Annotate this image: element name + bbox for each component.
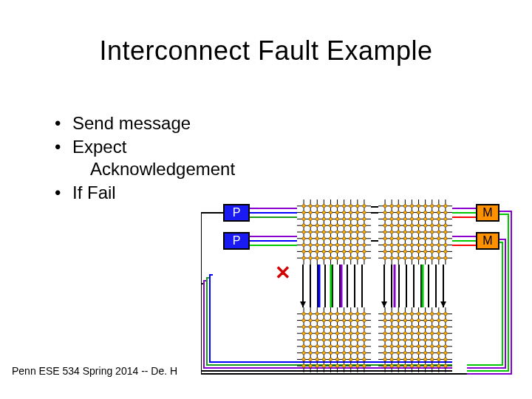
- svg-point-77: [309, 256, 312, 259]
- svg-point-335: [342, 332, 345, 335]
- svg-point-98: [329, 217, 332, 220]
- svg-point-220: [417, 243, 420, 246]
- svg-point-128: [349, 237, 352, 240]
- svg-point-255: [444, 237, 447, 240]
- svg-point-121: [342, 250, 345, 253]
- svg-point-180: [390, 217, 393, 220]
- svg-point-359: [363, 313, 366, 316]
- svg-point-337: [342, 345, 345, 348]
- svg-point-102: [329, 243, 332, 246]
- svg-point-325: [335, 325, 338, 328]
- svg-point-407: [397, 325, 400, 328]
- svg-point-239: [431, 250, 434, 253]
- svg-point-95: [322, 256, 325, 259]
- svg-point-139: [356, 250, 359, 253]
- svg-point-135: [356, 224, 359, 227]
- svg-point-464: [437, 345, 440, 348]
- svg-point-425: [410, 325, 413, 328]
- svg-point-466: [437, 358, 440, 361]
- svg-point-476: [444, 364, 447, 367]
- svg-point-136: [356, 231, 359, 233]
- svg-point-215: [417, 211, 420, 214]
- svg-point-229: [423, 243, 426, 246]
- svg-point-75: [309, 243, 312, 246]
- svg-point-286: [302, 364, 305, 367]
- svg-point-424: [410, 318, 413, 321]
- svg-point-281: [302, 332, 305, 335]
- svg-point-143: [363, 217, 366, 220]
- svg-point-146: [363, 237, 366, 240]
- svg-point-355: [356, 345, 359, 348]
- svg-point-408: [397, 332, 400, 335]
- svg-point-141: [363, 205, 366, 208]
- svg-point-461: [437, 325, 440, 328]
- svg-point-133: [356, 211, 359, 214]
- svg-point-293: [309, 351, 312, 354]
- svg-point-314: [329, 313, 332, 316]
- svg-point-209: [410, 231, 413, 233]
- svg-point-234: [431, 217, 434, 220]
- svg-point-351: [356, 318, 359, 321]
- svg-point-242: [437, 211, 440, 214]
- svg-point-423: [410, 313, 413, 316]
- svg-point-256: [444, 243, 447, 246]
- svg-point-399: [390, 332, 393, 335]
- svg-point-184: [390, 243, 393, 246]
- svg-point-394: [383, 358, 386, 361]
- fault-mark-icon: ✕: [275, 265, 291, 281]
- svg-point-230: [423, 250, 426, 253]
- svg-point-78: [316, 205, 318, 208]
- svg-point-101: [329, 237, 332, 240]
- svg-point-247: [437, 243, 440, 246]
- svg-point-313: [322, 364, 325, 367]
- svg-point-397: [390, 318, 393, 321]
- svg-point-438: [417, 351, 420, 354]
- svg-point-89: [322, 217, 325, 220]
- svg-point-390: [383, 332, 386, 335]
- svg-point-426: [410, 332, 413, 335]
- svg-point-73: [309, 231, 312, 233]
- svg-point-462: [437, 332, 440, 335]
- svg-point-434: [417, 325, 420, 328]
- svg-point-282: [302, 338, 305, 341]
- svg-point-116: [342, 217, 345, 220]
- svg-point-233: [431, 211, 434, 214]
- svg-point-284: [302, 351, 305, 354]
- svg-point-142: [363, 211, 366, 214]
- svg-point-336: [342, 338, 345, 341]
- svg-point-223: [423, 205, 426, 208]
- svg-point-202: [403, 243, 406, 246]
- svg-point-333: [342, 318, 345, 321]
- svg-point-413: [397, 364, 400, 367]
- svg-point-289: [309, 325, 312, 328]
- svg-point-171: [383, 217, 386, 220]
- svg-point-298: [316, 325, 318, 328]
- svg-point-305: [322, 313, 325, 316]
- svg-point-90: [322, 224, 325, 227]
- svg-point-97: [329, 211, 332, 214]
- svg-point-467: [437, 364, 440, 367]
- svg-point-420: [403, 351, 406, 354]
- svg-point-389: [383, 325, 386, 328]
- svg-point-221: [417, 250, 420, 253]
- svg-point-442: [423, 318, 426, 321]
- svg-point-340: [342, 364, 345, 367]
- svg-point-296: [316, 313, 318, 316]
- svg-point-437: [417, 345, 420, 348]
- svg-point-201: [403, 237, 406, 240]
- svg-point-366: [363, 358, 366, 361]
- svg-point-105: [335, 205, 338, 208]
- svg-point-174: [383, 237, 386, 240]
- svg-point-322: [329, 364, 332, 367]
- svg-point-290: [309, 332, 312, 335]
- svg-point-107: [335, 217, 338, 220]
- svg-point-110: [335, 237, 338, 240]
- svg-point-315: [329, 318, 332, 321]
- svg-point-198: [403, 217, 406, 220]
- slide-footer: Penn ESE 534 Spring 2014 -- De. H: [12, 365, 177, 377]
- memory-1: M: [476, 204, 499, 222]
- svg-point-421: [403, 358, 406, 361]
- svg-point-468: [444, 313, 447, 316]
- svg-point-470: [444, 325, 447, 328]
- svg-point-343: [349, 325, 352, 328]
